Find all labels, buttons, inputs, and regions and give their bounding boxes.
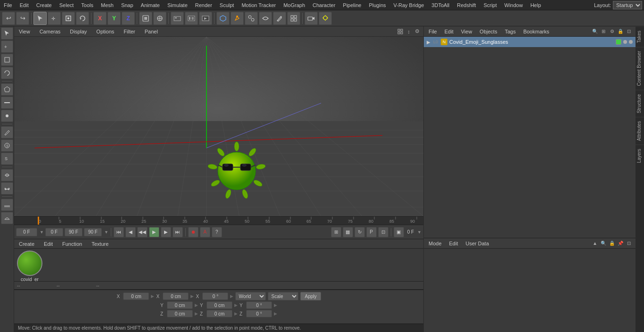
timeline-area[interactable]: 0 5 10 15 20 25 30 35 40 [14, 216, 423, 225]
sb-rotate-btn[interactable] [1, 67, 13, 79]
x-pos-input[interactable] [123, 292, 149, 300]
menu-animate[interactable]: Animate [137, 1, 164, 9]
go-end-button[interactable]: ⏭ [173, 227, 183, 237]
obj-menu-objects[interactable]: Objects [478, 28, 499, 35]
attr-search-icon[interactable]: 🔍 [600, 240, 607, 247]
sb-smooth-btn[interactable]: S [1, 153, 13, 165]
viewport-canvas[interactable]: Perspective Grid Spacing : 10 cm [14, 37, 423, 216]
null-object-button[interactable] [153, 12, 166, 25]
bp-menu-create[interactable]: Create [17, 240, 36, 248]
menu-window[interactable]: Window [501, 1, 527, 9]
vp-menu-panel[interactable]: Panel [143, 28, 160, 35]
sb-brush-btn[interactable]: S [1, 139, 13, 152]
obj-settings-icon[interactable]: ⚙ [608, 28, 616, 35]
vp-menu-cameras[interactable]: Cameras [38, 28, 63, 35]
point-key-button[interactable]: ⊡ [378, 227, 388, 237]
material-item[interactable]: covid_er [17, 251, 42, 282]
record-button[interactable]: ⏺ [188, 227, 198, 237]
light-button[interactable] [319, 12, 332, 25]
menu-file[interactable]: File [0, 1, 16, 9]
axis-z-button[interactable]: Z [122, 12, 135, 25]
obj-menu-file[interactable]: File [427, 28, 439, 35]
obj-row-covid[interactable]: ▶ L0 N Covid_Emoji_Sunglasses [424, 37, 636, 47]
attr-lock-icon[interactable]: 🔒 [608, 240, 616, 247]
obj-visibility-dot[interactable] [623, 40, 627, 44]
tab-layers[interactable]: Layers [636, 145, 644, 167]
select-tool-button[interactable] [33, 12, 47, 25]
paint-button[interactable] [273, 12, 286, 25]
sb-sky-btn[interactable] [1, 212, 13, 224]
move-tool-button[interactable]: ✛ [48, 12, 61, 25]
z-rot-input[interactable] [246, 310, 272, 317]
menu-vray[interactable]: V-Ray Bridge [390, 1, 428, 9]
y-size-input[interactable] [206, 301, 232, 309]
obj-menu-edit[interactable]: Edit [443, 28, 455, 35]
step-forward-button[interactable]: ▶ [161, 227, 171, 237]
attr-menu-userdata[interactable]: User Data [464, 240, 491, 247]
menu-redshift[interactable]: Redshift [453, 1, 479, 9]
scale-tool-button[interactable] [62, 12, 75, 25]
start-frame-input[interactable] [45, 228, 63, 236]
perspective-view-button[interactable] [216, 12, 230, 25]
sb-floor-btn[interactable] [1, 199, 13, 211]
tab-structure[interactable]: Structure [636, 90, 644, 117]
scale-key-button[interactable]: ▦ [343, 227, 353, 237]
menu-sculpt[interactable]: Sculpt [216, 1, 238, 9]
render-region-button[interactable] [171, 12, 184, 25]
y-pos-input[interactable] [167, 301, 193, 309]
obj-filter-icon[interactable]: ⊞ [600, 28, 607, 35]
menu-help[interactable]: Help [527, 1, 545, 9]
scale-select[interactable]: Scale Size [268, 292, 298, 300]
vp-menu-filter[interactable]: Filter [122, 28, 137, 35]
menu-tools[interactable]: Tools [77, 1, 97, 9]
menu-mograph[interactable]: MoGraph [280, 1, 309, 9]
play-reverse-button[interactable]: ◀◀ [137, 227, 148, 237]
vp-fullscreen-icon[interactable] [397, 28, 404, 35]
rotate-tool-button[interactable] [76, 12, 89, 25]
tab-content-browser[interactable]: Content Browser [636, 47, 644, 89]
go-start-button[interactable]: ⏮ [114, 227, 124, 237]
render-all-button[interactable] [199, 12, 212, 25]
undo-button[interactable]: ↩ [2, 12, 15, 25]
obj-render-dot[interactable] [629, 40, 633, 44]
vp-menu-view[interactable]: View [17, 28, 32, 35]
sb-magnet-btn[interactable] [1, 182, 13, 194]
step-back-button[interactable]: ◀ [125, 227, 136, 237]
menu-character[interactable]: Character [309, 1, 339, 9]
vp-menu-options[interactable]: Options [94, 28, 116, 35]
auto-key-button[interactable]: A [200, 227, 210, 237]
menu-mesh[interactable]: Mesh [97, 1, 117, 9]
vp-move-icon[interactable]: ↕ [405, 28, 412, 35]
menu-edit[interactable]: Edit [16, 1, 33, 9]
menu-3dtoall[interactable]: 3DToAll [428, 1, 453, 9]
obj-menu-bookmarks[interactable]: Bookmarks [521, 28, 551, 35]
axis-y-button[interactable]: Y [107, 12, 121, 25]
menu-create[interactable]: Create [33, 1, 56, 9]
z-pos-input[interactable] [167, 310, 193, 317]
obj-content[interactable]: ▶ L0 N Covid_Emoji_Sunglasses [424, 37, 636, 238]
z-size-input[interactable] [206, 310, 232, 317]
obj-lock-icon[interactable]: 🔒 [617, 28, 624, 35]
menu-simulate[interactable]: Simulate [164, 1, 191, 9]
bp-menu-function[interactable]: Function [60, 240, 84, 248]
play-button[interactable]: ▶ [149, 227, 159, 237]
effector-button[interactable] [259, 12, 272, 25]
attr-menu-mode[interactable]: Mode [427, 240, 444, 247]
menu-select[interactable]: Select [56, 1, 78, 9]
menu-script[interactable]: Script [480, 1, 501, 9]
y-rot-input[interactable] [246, 301, 272, 309]
tab-attributes[interactable]: Attributes [636, 117, 644, 145]
object-mode-button[interactable] [139, 12, 152, 25]
obj-expand-icon[interactable]: ⊡ [625, 28, 633, 35]
attr-pin-icon[interactable]: 📌 [617, 240, 624, 247]
move-key-button[interactable]: ⊞ [331, 227, 341, 237]
obj-search-icon[interactable]: 🔍 [591, 28, 599, 35]
obj-color-dot[interactable] [616, 39, 621, 45]
render-frame-button[interactable] [185, 12, 198, 25]
end-frame2-input[interactable] [84, 228, 102, 236]
vp-menu-display[interactable]: Display [68, 28, 89, 35]
sb-scale-btn[interactable] [1, 54, 13, 66]
attr-arrow-icon[interactable]: ▲ [591, 240, 599, 247]
sb-edge-btn[interactable] [1, 97, 13, 109]
sb-snap-btn[interactable] [1, 169, 13, 181]
